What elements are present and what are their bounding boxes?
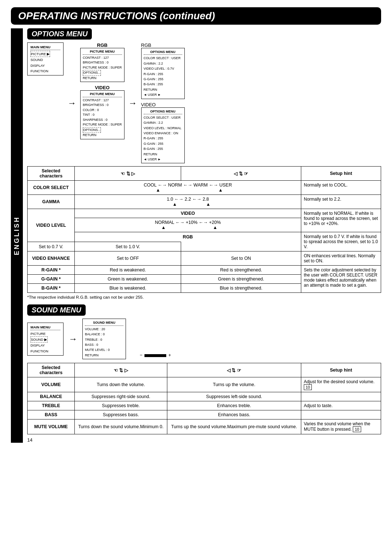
rgb-top-group: RGB PICTURE MENU CONTRAST : 127 BRIGHTNE… — [80, 42, 124, 82]
left-hand-icon: ☜ — [121, 171, 125, 176]
treble-hint: Adjust to taste. — [301, 401, 381, 410]
sound-up-down-icon: ⇅ — [119, 368, 123, 373]
rgb-level-col2: Set to 1.0 V. — [75, 242, 181, 251]
table-row: MUTE VOLUME Turns down the sound volume.… — [28, 419, 381, 434]
treble-col2: Enhances treble. — [167, 401, 301, 410]
rgb-options-group: RGB OPTIONS MENU COLOR SELECT : USER GAM… — [141, 42, 185, 99]
rgb-level-col1: Set to 0.7 V. — [28, 242, 75, 251]
label-color-select: COLOR SELECT — [28, 181, 75, 195]
mm-sound: SOUND — [30, 57, 60, 62]
label-bass: BASS — [28, 410, 75, 419]
mm-picture: PICTURE ▶ — [30, 51, 50, 57]
label-volume: VOLUME — [28, 377, 75, 392]
rgb-level-label: RGB — [75, 232, 301, 242]
slider-minus: − — [140, 352, 143, 358]
video-picture-menu: PICTURE MENU CONTRAST : 127 BRIGHTNESS :… — [80, 90, 124, 139]
gamma-values: 1.0 ←→ 2.2 ←→ 2.8 ▲▲ — [75, 195, 301, 209]
mute-volume-box: 10 — [353, 426, 361, 432]
table-row: VIDEO ENHANCE Set to OFF Set to ON ON en… — [28, 251, 381, 266]
table-row: VOLUME Turns down the volume. Turns up t… — [28, 377, 381, 392]
balance-col2: Suppresses left-side sound. — [167, 392, 301, 401]
bass-col2: Enhances bass. — [167, 410, 301, 419]
volume-box: 10 — [304, 384, 312, 390]
sound-main-menu-box: MAIN MENU PICTURE SOUND ▶ DISPLAY FUNCTI… — [27, 323, 64, 356]
video-level-hint-video: Normally set to NORMAL. If white is foun… — [301, 209, 381, 232]
sound-left-hand-icon: ☜ — [114, 368, 118, 373]
sound-right-arrow-icon: ▷ — [124, 368, 128, 373]
sound-col-header-icon2: ◁ ⇅ ☞ — [167, 363, 301, 377]
video-level-video-label: VIDEO — [75, 209, 301, 218]
rgb-label-1: RGB — [80, 42, 124, 48]
gain-hint: Sets the color adjustment selected by th… — [301, 266, 381, 293]
gamma-hint: Normally set to 2.2. — [301, 195, 381, 209]
g-gain-col2: Green is strengthened. — [181, 275, 301, 284]
middle-diag-group: RGB PICTURE MENU CONTRAST : 127 BRIGHTNE… — [80, 42, 124, 139]
table-row: R-GAIN * Red is weakened. Red is strengt… — [28, 266, 381, 275]
color-select-values: COOL ←→ NORM ←→ WARM ←→ USER ▲▲ — [75, 181, 301, 195]
bass-col1: Suppresses bass. — [75, 410, 167, 419]
up-down-icon: ⇅ — [126, 171, 130, 176]
video-options-menu: OPTIONS MENU COLOR SELECT : USER GAMMA :… — [141, 107, 185, 164]
arrow-right-1: → — [68, 98, 76, 108]
sound-col-header-icon1: ☜ ⇅ ▷ — [75, 363, 167, 377]
col-header-hint: Setup hint — [301, 167, 381, 181]
table-row: GAMMA 1.0 ←→ 2.2 ←→ 2.8 ▲▲ Normally set … — [28, 195, 381, 209]
sound-col-header-selected: Selected characters — [28, 363, 75, 377]
col-header-icon1: ☜ ⇅ ▷ — [75, 167, 181, 181]
options-footnote: *The respective individual R.G.B. settin… — [27, 295, 381, 299]
b-gain-col2: Blue is strengthened. — [181, 284, 301, 293]
sound-up-down-icon2: ⇅ — [232, 368, 236, 373]
video-enhance-col1: Set to OFF — [75, 251, 181, 266]
mute-col1: Turns down the sound volume.Minimum 0. — [75, 419, 167, 434]
sound-menu-header: SOUND MENU — [27, 304, 86, 316]
label-video-level: VIDEO LEVEL — [28, 209, 75, 242]
sound-section: SOUND MENU MAIN MENU PICTURE SOUND ▶ DIS… — [27, 304, 381, 434]
rgb-picture-menu: PICTURE MENU CONTRAST : 127 BRIGHTNESS :… — [80, 48, 124, 82]
b-gain-col1: Blue is weakened. — [75, 284, 181, 293]
sound-diagram: MAIN MENU PICTURE SOUND ▶ DISPLAY FUNCTI… — [27, 319, 381, 359]
col-header-icon2: ◁ ⇅ ☞ — [181, 167, 301, 181]
right-hand-icon: ☞ — [244, 171, 248, 176]
label-r-gain: R-GAIN * — [28, 266, 75, 275]
table-row: BASS Suppresses bass. Enhances bass. — [28, 410, 381, 419]
rgb-options-menu: OPTIONS MENU COLOR SELECT : USER GAMMA :… — [141, 48, 185, 99]
label-treble: TREBLE — [28, 401, 75, 410]
r-gain-col1: Red is weakened. — [75, 266, 181, 275]
sound-slider: − + — [140, 352, 171, 358]
main-menu-title: MAIN MENU — [30, 44, 60, 50]
sound-table: Selected characters ☜ ⇅ ▷ ◁ ⇅ ☞ — [27, 363, 381, 434]
volume-hint: Adjust for the desired sound volume. 10 — [301, 377, 381, 392]
volume-col1: Turns down the volume. — [75, 377, 167, 392]
options-menu-header: OPTIONS MENU — [27, 28, 92, 40]
label-mute-volume: MUTE VOLUME — [28, 419, 75, 434]
video-enhance-col2: Set to ON — [181, 251, 301, 266]
sound-menu-box: SOUND MENU VOLUME : 20 BALANCE : 0 TREBL… — [82, 319, 126, 359]
page-title: OPERATING INSTRUCTIONS (continued) — [11, 7, 381, 25]
mute-hint: Varies the sound volume when the MUTE bu… — [301, 419, 381, 434]
label-gamma: GAMMA — [28, 195, 75, 209]
main-menu-box: MAIN MENU PICTURE ▶ SOUND DISPLAY FUNCTI… — [27, 42, 64, 75]
video-label-1: VIDEO — [80, 85, 124, 90]
treble-col1: Suppresses treble. — [75, 401, 167, 410]
volume-col2: Turns up the volume. — [167, 377, 301, 392]
r-gain-col2: Red is strengthened. — [181, 266, 301, 275]
language-label: ENGLISH — [13, 216, 21, 255]
right-arrow-icon: ▷ — [131, 171, 135, 176]
right-options-col: RGB OPTIONS MENU COLOR SELECT : USER GAM… — [141, 42, 185, 163]
sound-left-arrow-icon: ◁ — [227, 368, 230, 373]
video-options-group: VIDEO OPTIONS MENU COLOR SELECT : USER G… — [141, 102, 185, 164]
main-content: OPTIONS MENU MAIN MENU PICTURE ▶ SOUND D… — [27, 28, 381, 443]
language-sidebar: ENGLISH — [11, 28, 23, 443]
color-select-hint: Normally set to COOL. — [301, 181, 381, 195]
balance-col1: Suppresses right-side sound. — [75, 392, 167, 401]
arrow-right-2: → — [128, 98, 137, 108]
sound-arrow: → — [69, 334, 77, 344]
table-row: BALANCE Suppresses right-side sound. Sup… — [28, 392, 381, 401]
mute-col2: Turns up the sound volume.Maximum pre-mu… — [167, 419, 301, 434]
mm-display: DISPLAY — [30, 63, 60, 68]
options-diagrams: MAIN MENU PICTURE ▶ SOUND DISPLAY FUNCTI… — [27, 42, 381, 163]
video-label-2: VIDEO — [141, 102, 185, 107]
rgb-label-2: RGB — [141, 42, 185, 48]
table-row: COLOR SELECT COOL ←→ NORM ←→ WARM ←→ USE… — [28, 181, 381, 195]
bass-hint — [301, 410, 381, 419]
